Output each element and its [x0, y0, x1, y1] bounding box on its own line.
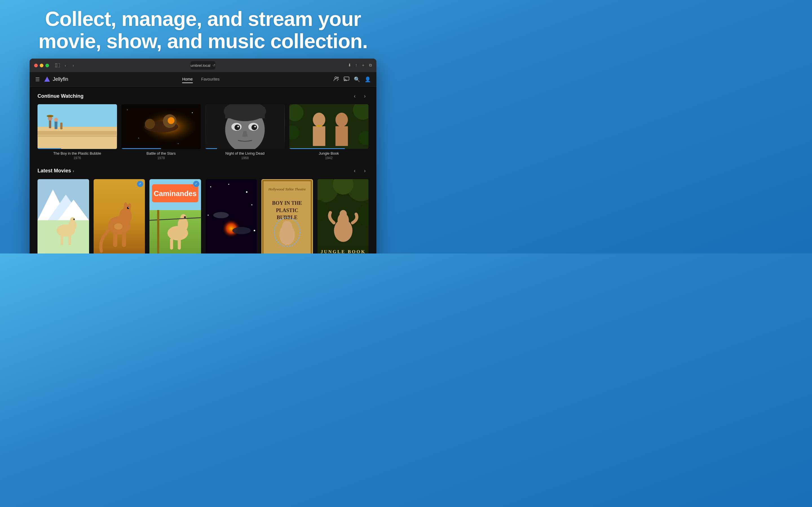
- nav-left: ☰ Jellyfin: [35, 76, 68, 83]
- svg-point-57: [73, 218, 75, 220]
- svg-rect-63: [113, 233, 117, 247]
- traffic-lights: [34, 64, 49, 67]
- lm-thumb-6: JUNGLE BOOK: [317, 179, 368, 253]
- svg-point-40: [335, 113, 348, 127]
- cw-card-2[interactable]: Battle of the Stars 1978: [121, 104, 201, 160]
- lm-card-2[interactable]: ✓: [94, 179, 145, 253]
- cw-card-3[interactable]: Night of the Living Dead 1968: [205, 104, 285, 160]
- progress-bar-4: [289, 148, 345, 149]
- copy-tab-icon[interactable]: ⧉: [369, 63, 372, 68]
- svg-marker-2: [44, 76, 50, 82]
- cw-thumb-2: [121, 104, 201, 149]
- svg-rect-74: [178, 238, 181, 249]
- svg-point-4: [337, 77, 339, 78]
- cw-thumb-3: [205, 104, 285, 149]
- continue-watching-title: Continue Watching: [38, 93, 84, 99]
- svg-point-81: [228, 184, 229, 185]
- lm-thumb-img-5: Hollywood Talkie Theatre BOY IN THE PLAS…: [261, 179, 313, 253]
- address-bar[interactable]: umbrel.local ↺: [191, 61, 215, 69]
- continue-watching-section: Continue Watching ‹ ›: [30, 87, 376, 165]
- logo-text: Jellyfin: [53, 76, 68, 82]
- cw-title-1: The Boy in the Plastic Bubble: [38, 151, 117, 156]
- svg-rect-0: [55, 64, 57, 67]
- browser-actions: ⬇ ↑ ＋ ⧉: [348, 63, 372, 68]
- jellyfin-logo-icon: [44, 76, 50, 83]
- cw-info-1: The Boy in the Plastic Bubble 1976: [38, 149, 117, 161]
- cw-card-1[interactable]: The Boy in the Plastic Bubble 1976: [38, 104, 117, 160]
- svg-text:BOY IN THE: BOY IN THE: [272, 200, 302, 206]
- sidebar-toggle-icon[interactable]: [55, 62, 60, 68]
- svg-rect-54: [68, 235, 71, 245]
- cast-icon[interactable]: [344, 76, 349, 82]
- cw-info-2: Battle of the Stars 1978: [121, 149, 201, 161]
- svg-text:JUNGLE BOOK: JUNGLE BOOK: [320, 249, 366, 253]
- svg-rect-14: [60, 123, 63, 129]
- lm-thumb-img-2: [94, 179, 145, 253]
- svg-rect-12: [55, 121, 57, 129]
- cw-thumb-1: [38, 104, 117, 149]
- close-button[interactable]: [34, 64, 38, 67]
- cw-thumb-img-4: [289, 104, 369, 149]
- next-arrow-cw[interactable]: ›: [361, 93, 368, 100]
- lm-card-3[interactable]: Caminandes: [149, 179, 201, 253]
- lm-thumb-3: Caminandes: [149, 179, 201, 253]
- next-arrow-lm[interactable]: ›: [361, 167, 368, 175]
- svg-point-21: [167, 117, 174, 124]
- cw-thumb-img-1: [38, 104, 117, 149]
- reload-icon[interactable]: ↺: [213, 63, 215, 67]
- prev-arrow-lm[interactable]: ‹: [351, 167, 358, 175]
- lm-thumb-img-1: [38, 179, 89, 253]
- svg-rect-5: [344, 77, 349, 80]
- lm-card-5[interactable]: Hollywood Talkie Theatre BOY IN THE PLAS…: [261, 179, 313, 253]
- svg-point-13: [54, 118, 58, 122]
- search-icon[interactable]: 🔍: [354, 76, 360, 82]
- cw-thumb-img-2: [121, 104, 201, 149]
- cw-title-3: Night of the Living Dead: [205, 151, 285, 156]
- svg-rect-1: [55, 63, 60, 67]
- svg-rect-64: [122, 233, 126, 247]
- prev-arrow-cw[interactable]: ‹: [351, 93, 358, 100]
- svg-point-82: [251, 204, 252, 205]
- forward-button[interactable]: ›: [70, 62, 76, 68]
- nav-home[interactable]: Home: [182, 76, 193, 83]
- browser-chrome: ‹ › umbrel.local ↺ ⬇ ↑ ＋ ⧉: [30, 59, 376, 72]
- svg-point-25: [177, 144, 178, 144]
- cw-year-1: 1976: [38, 156, 117, 160]
- svg-point-6: [344, 80, 345, 81]
- svg-point-95: [282, 221, 292, 233]
- lm-thumb-5: Hollywood Talkie Theatre BOY IN THE PLAS…: [261, 179, 313, 253]
- cw-year-4: 1942: [289, 156, 369, 160]
- lm-card-6[interactable]: JUNGLE BOOK: [317, 179, 368, 253]
- svg-rect-73: [170, 238, 173, 249]
- share-icon[interactable]: ↑: [355, 63, 357, 68]
- svg-point-83: [207, 215, 209, 216]
- nav-favourites[interactable]: Favourites: [201, 76, 220, 83]
- latest-movies-title-link[interactable]: Latest Movies ›: [38, 168, 74, 174]
- svg-point-56: [70, 217, 75, 223]
- svg-point-23: [192, 112, 193, 113]
- profile-icon[interactable]: 👤: [364, 76, 371, 82]
- svg-point-105: [340, 210, 347, 218]
- lm-thumb-4: [206, 179, 257, 253]
- cw-info-4: Jungle Book 1942: [289, 149, 369, 161]
- new-tab-icon[interactable]: ＋: [361, 63, 365, 68]
- download-icon[interactable]: ⬇: [348, 63, 351, 68]
- cw-card-4[interactable]: Jungle Book 1942: [289, 104, 369, 160]
- hamburger-icon[interactable]: ☰: [35, 76, 40, 82]
- svg-text:Hollywood Talkie Theatre: Hollywood Talkie Theatre: [268, 187, 306, 191]
- back-button[interactable]: ‹: [63, 62, 68, 68]
- section-header-lm: Latest Movies › ‹ ›: [38, 167, 368, 175]
- maximize-button[interactable]: [45, 64, 49, 67]
- users-icon[interactable]: [334, 76, 339, 82]
- hero-headline-line1: Collect, manage, and stream your: [45, 8, 361, 30]
- lm-thumb-img-4: [206, 179, 257, 253]
- progress-bar-3: [205, 148, 217, 149]
- cw-thumb-img-3: [205, 104, 285, 149]
- svg-point-65: [114, 223, 122, 230]
- minimize-button[interactable]: [40, 64, 43, 67]
- latest-movies-title: Latest Movies: [38, 168, 71, 174]
- section-nav-cw: ‹ ›: [351, 93, 368, 100]
- logo[interactable]: Jellyfin: [44, 76, 68, 83]
- lm-card-4[interactable]: [206, 179, 257, 253]
- lm-card-1[interactable]: [38, 179, 89, 253]
